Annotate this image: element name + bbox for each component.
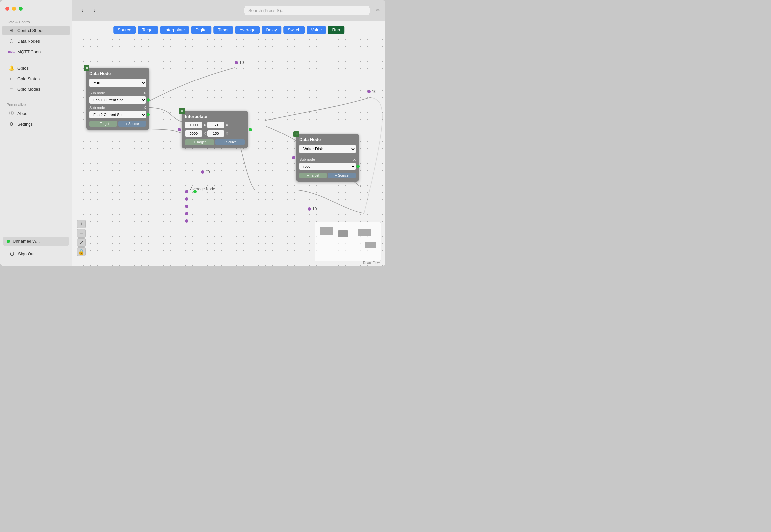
workspace-label: Unnamed W... (13, 239, 40, 244)
sidebar-label-data-nodes: Data Nodes (17, 39, 40, 44)
data-node-2-port-in (292, 156, 295, 159)
data-node-2-subnode-row: root (299, 163, 356, 170)
data-node-2-close[interactable]: ✕ (293, 131, 299, 137)
sidebar-label-about: About (17, 111, 28, 116)
source-button[interactable]: Source (113, 26, 136, 34)
subnode-1-header: Sub node X (89, 91, 146, 95)
average-button[interactable]: Average (235, 26, 259, 34)
sidebar-item-mqtt[interactable]: mqtt MQTT Conn... (2, 47, 70, 57)
lock-button[interactable]: 🔒 (77, 247, 85, 256)
data-node-2-subnode-close[interactable]: X (353, 157, 356, 161)
sidebar-label-gpios: Gpios (17, 66, 28, 71)
back-button[interactable]: ‹ (78, 6, 87, 15)
workspace-section: Unnamed W... ⏻ Sign Out (0, 233, 72, 266)
maximize-button[interactable] (19, 7, 23, 11)
data-node-2-main-select[interactable]: Writer Disk (299, 145, 356, 153)
sidebar-item-data-nodes[interactable]: ⬡ Data Nodes (2, 36, 70, 46)
data-node-1-add-source[interactable]: + Source (118, 121, 146, 127)
flow-dot-1 (235, 61, 238, 64)
data-node-2: ✕ Data Node Writer Disk Sub node X root … (296, 134, 359, 182)
circle-icon: ○ (9, 76, 14, 81)
minimap (314, 222, 381, 261)
flow-label-3: 10 (201, 170, 210, 174)
target-button[interactable]: Target (138, 26, 158, 34)
subnode-2-port (146, 113, 150, 116)
sidebar-item-control-sheet[interactable]: ⊞ Control Sheet (2, 26, 70, 35)
forward-button[interactable]: › (90, 6, 99, 15)
edit-icon[interactable]: ✏ (376, 7, 380, 14)
mm-node-4 (364, 242, 376, 248)
data-node-1-main-select[interactable]: Fan (89, 79, 146, 87)
sidebar-item-gpio-states[interactable]: ○ Gpio States (2, 74, 70, 83)
value-button[interactable]: Value (306, 26, 326, 34)
divider-2 (5, 97, 67, 97)
sidebar-label-control-sheet: Control Sheet (17, 28, 44, 33)
data-node-2-add-source[interactable]: + Source (328, 173, 356, 178)
interpolate-title: Interpolate (185, 114, 245, 119)
power-icon: ⏻ (9, 251, 15, 256)
info-icon: ⓘ (9, 111, 14, 116)
interp-input-1a[interactable] (185, 122, 202, 128)
sidebar-label-mqtt: MQTT Conn... (17, 49, 44, 54)
data-node-2-add-target[interactable]: + Target (299, 173, 327, 178)
avg-in-5 (185, 219, 188, 223)
sign-out-item[interactable]: ⏻ Sign Out (3, 249, 69, 259)
interpolate-port-out (248, 128, 252, 131)
workspace-dot (7, 240, 10, 243)
interp-input-1b[interactable] (207, 122, 224, 128)
subnode-2-close[interactable]: X (143, 106, 146, 110)
workspace-item[interactable]: Unnamed W... (3, 237, 69, 246)
subnode-1-row: Fan 1 Current Spe (89, 96, 146, 104)
mm-node-1 (320, 227, 333, 235)
data-node-1-close[interactable]: ✕ (83, 65, 89, 71)
interpolate-port-in (178, 128, 181, 131)
data-node-2-subnode-header: Sub node X (299, 157, 356, 161)
section-data-control: Data & Control (0, 17, 72, 25)
interpolate-add-source[interactable]: + Source (215, 139, 245, 145)
interp-input-2a[interactable] (185, 130, 202, 137)
avg-out (193, 190, 196, 193)
interp-input-2b[interactable] (207, 130, 224, 137)
canvas-area: Source Target Interpolate Digital Timer … (72, 21, 385, 266)
mqtt-icon: mqtt (9, 49, 14, 54)
bell-icon: 🔔 (9, 65, 14, 71)
table-icon: ⊞ (9, 28, 14, 33)
flow-dot-4 (307, 207, 311, 211)
minimize-button[interactable] (12, 7, 16, 11)
interpolate-button[interactable]: Interpolate (160, 26, 189, 34)
topbar: ‹ › Search (Press S)... ✏ (72, 0, 385, 21)
subnode-2-row: Fan 2 Current Spe (89, 111, 146, 118)
mm-node-3 (358, 229, 371, 236)
delay-button[interactable]: Delay (262, 26, 281, 34)
interpolate-add-target[interactable]: + Target (185, 139, 214, 145)
list-icon: ≡ (9, 86, 14, 92)
data-node-2-subnode-port (356, 165, 359, 168)
sidebar-item-gpios[interactable]: 🔔 Gpios (2, 63, 70, 73)
zoom-out-button[interactable]: − (77, 229, 85, 238)
run-button[interactable]: Run (328, 26, 344, 34)
timer-button[interactable]: Timer (214, 26, 233, 34)
subnode-2-select[interactable]: Fan 2 Current Spe (89, 111, 146, 118)
gear-icon: ⚙ (9, 121, 14, 127)
divider-1 (5, 60, 67, 60)
main-area: ‹ › Search (Press S)... ✏ Source Target … (72, 0, 385, 266)
interpolate-close[interactable]: ✕ (179, 108, 185, 114)
interpolate-node: ✕ Interpolate X X X X + Target + Source (182, 111, 248, 148)
switch-button[interactable]: Switch (283, 26, 304, 34)
data-node-1-add-target[interactable]: + Target (89, 121, 117, 127)
sidebar-item-settings[interactable]: ⚙ Settings (2, 119, 70, 129)
zoom-in-button[interactable]: + (77, 220, 85, 228)
toolbar: Source Target Interpolate Digital Timer … (113, 26, 345, 34)
digital-button[interactable]: Digital (191, 26, 212, 34)
fit-view-button[interactable]: ⤢ (77, 238, 85, 247)
data-node-1-title: Data Node (89, 71, 146, 76)
close-button[interactable] (5, 7, 9, 11)
zoom-controls: + − ⤢ 🔒 (77, 220, 85, 256)
data-node-2-subnode-select[interactable]: root (299, 163, 356, 170)
avg-in-4 (185, 212, 188, 215)
subnode-1-close[interactable]: X (143, 91, 146, 95)
sidebar-item-about[interactable]: ⓘ About (2, 108, 70, 118)
subnode-1-select[interactable]: Fan 1 Current Spe (89, 96, 146, 104)
sidebar-item-gpio-modes[interactable]: ≡ Gpio Modes (2, 84, 70, 94)
sidebar: Data & Control ⊞ Control Sheet ⬡ Data No… (0, 0, 72, 266)
